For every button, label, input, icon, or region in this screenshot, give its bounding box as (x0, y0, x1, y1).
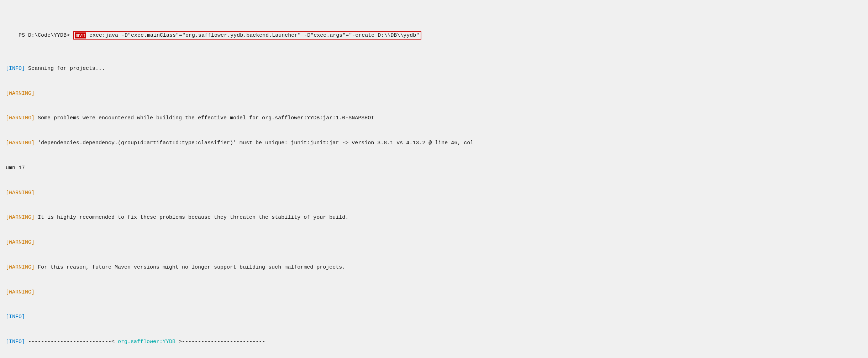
warning-bracket: [WARNING] (6, 140, 35, 146)
line-text: Some problems were encountered while bui… (35, 115, 374, 121)
line-12: [INFO] --------------------------< org.s… (6, 338, 862, 346)
line-text: It is highly recommended to fix these pr… (35, 214, 348, 220)
command-line: PS D:\Code\YYDB> mvn exec:java -D"exec.m… (6, 23, 862, 48)
warning-bracket: [WARNING] (6, 90, 35, 97)
line-5: umn 17 (6, 164, 862, 172)
terminal-window: PS D:\Code\YYDB> mvn exec:java -D"exec.m… (0, 4, 868, 358)
command-box: mvn exec:java -D"exec.mainClass"="org.sa… (73, 31, 421, 40)
warning-bracket: [WARNING] (6, 190, 35, 196)
warning-bracket: [WARNING] (6, 214, 35, 220)
line-text: umn 17 (6, 165, 25, 171)
info-bracket: [INFO] (6, 339, 25, 345)
line-4: [WARNING] 'dependencies.dependency.(grou… (6, 139, 862, 147)
line-text: Scanning for projects... (25, 66, 105, 72)
warning-bracket: [WARNING] (6, 289, 35, 295)
line-9: [WARNING] For this reason, future Maven … (6, 263, 862, 271)
line-text: --------------------------< (25, 339, 118, 345)
line-11: [INFO] (6, 313, 862, 321)
line-text2: >-------------------------- (175, 339, 265, 345)
cmd-mvn: mvn (75, 32, 86, 38)
info-bracket: [INFO] (6, 314, 25, 320)
line-10: [WARNING] (6, 288, 862, 296)
line-7: [WARNING] It is highly recommended to fi… (6, 213, 862, 222)
line-2: [WARNING] (6, 89, 862, 98)
line-6: [WARNING] (6, 189, 862, 197)
org-link: org.safflower:YYDB (118, 339, 175, 345)
line-8: [WARNING] (6, 238, 862, 247)
line-1: [INFO] Scanning for projects... (6, 64, 862, 73)
info-bracket: [INFO] (6, 66, 25, 72)
warning-bracket: [WARNING] (6, 115, 35, 121)
warning-bracket: [WARNING] (6, 264, 35, 270)
cmd-args: exec:java -D"exec.mainClass"="org.safflo… (86, 32, 419, 38)
line-text: For this reason, future Maven versions m… (35, 264, 345, 270)
line-3: [WARNING] Some problems were encountered… (6, 114, 862, 122)
prompt: PS D:\Code\YYDB> (19, 32, 73, 38)
line-text: 'dependencies.dependency.(groupId:artifa… (35, 140, 473, 146)
warning-bracket: [WARNING] (6, 239, 35, 245)
